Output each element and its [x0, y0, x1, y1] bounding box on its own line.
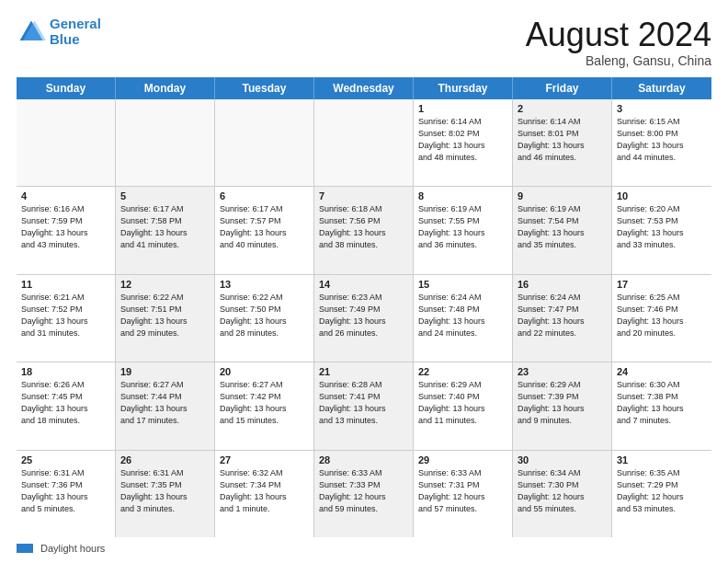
day-number: 31: [617, 454, 707, 465]
calendar-cell: 10Sunrise: 6:20 AM Sunset: 7:53 PM Dayli…: [612, 187, 711, 273]
cell-info: Sunrise: 6:31 AM Sunset: 7:36 PM Dayligh…: [21, 467, 110, 515]
calendar-row-5: 25Sunrise: 6:31 AM Sunset: 7:36 PM Dayli…: [17, 451, 711, 537]
day-number: 11: [21, 279, 110, 290]
header-day-wednesday: Wednesday: [314, 77, 414, 99]
calendar-cell: 17Sunrise: 6:25 AM Sunset: 7:46 PM Dayli…: [612, 275, 711, 362]
calendar-cell: 22Sunrise: 6:29 AM Sunset: 7:40 PM Dayli…: [414, 362, 513, 449]
calendar-cell: 15Sunrise: 6:24 AM Sunset: 7:48 PM Dayli…: [414, 275, 513, 362]
cell-info: Sunrise: 6:19 AM Sunset: 7:54 PM Dayligh…: [518, 203, 607, 251]
calendar-cell: 26Sunrise: 6:31 AM Sunset: 7:35 PM Dayli…: [116, 451, 215, 537]
cell-info: Sunrise: 6:17 AM Sunset: 7:57 PM Dayligh…: [220, 203, 309, 251]
cell-info: Sunrise: 6:27 AM Sunset: 7:42 PM Dayligh…: [220, 379, 309, 427]
calendar-cell: 29Sunrise: 6:33 AM Sunset: 7:31 PM Dayli…: [414, 451, 513, 537]
calendar-cell: [17, 99, 116, 186]
header-day-sunday: Sunday: [17, 77, 116, 99]
cell-info: Sunrise: 6:14 AM Sunset: 8:01 PM Dayligh…: [518, 116, 607, 164]
day-number: 28: [319, 454, 408, 465]
cell-info: Sunrise: 6:22 AM Sunset: 7:51 PM Dayligh…: [120, 292, 210, 339]
cell-info: Sunrise: 6:31 AM Sunset: 7:35 PM Dayligh…: [120, 467, 210, 515]
day-number: 3: [617, 103, 707, 114]
day-number: 2: [518, 103, 607, 114]
calendar-cell: 28Sunrise: 6:33 AM Sunset: 7:33 PM Dayli…: [314, 451, 414, 537]
day-number: 26: [120, 454, 210, 465]
day-number: 16: [518, 279, 607, 290]
day-number: 12: [120, 279, 210, 290]
header-day-saturday: Saturday: [612, 77, 711, 99]
cell-info: Sunrise: 6:35 AM Sunset: 7:29 PM Dayligh…: [617, 467, 707, 515]
cell-info: Sunrise: 6:33 AM Sunset: 7:31 PM Dayligh…: [418, 467, 507, 515]
calendar-cell: 25Sunrise: 6:31 AM Sunset: 7:36 PM Dayli…: [17, 451, 116, 537]
logo-line2: Blue: [50, 31, 80, 47]
cell-info: Sunrise: 6:33 AM Sunset: 7:33 PM Dayligh…: [319, 467, 408, 515]
cell-info: Sunrise: 6:23 AM Sunset: 7:49 PM Dayligh…: [319, 292, 408, 339]
cell-info: Sunrise: 6:29 AM Sunset: 7:39 PM Dayligh…: [518, 379, 607, 427]
day-number: 1: [418, 103, 507, 114]
header-day-monday: Monday: [116, 77, 215, 99]
day-number: 5: [120, 190, 210, 201]
calendar-cell: 6Sunrise: 6:17 AM Sunset: 7:57 PM Daylig…: [215, 187, 314, 273]
title-block: August 2024 Baleng, Gansu, China: [526, 17, 711, 68]
calendar-cell: 23Sunrise: 6:29 AM Sunset: 7:39 PM Dayli…: [513, 362, 612, 449]
cell-info: Sunrise: 6:18 AM Sunset: 7:56 PM Dayligh…: [319, 203, 408, 251]
calendar-cell: 13Sunrise: 6:22 AM Sunset: 7:50 PM Dayli…: [215, 275, 314, 362]
calendar-cell: 4Sunrise: 6:16 AM Sunset: 7:59 PM Daylig…: [17, 187, 116, 273]
calendar-cell: [215, 99, 314, 186]
cell-info: Sunrise: 6:21 AM Sunset: 7:52 PM Dayligh…: [21, 292, 110, 339]
cell-info: Sunrise: 6:24 AM Sunset: 7:48 PM Dayligh…: [418, 292, 507, 339]
cell-info: Sunrise: 6:27 AM Sunset: 7:44 PM Dayligh…: [120, 379, 210, 427]
calendar-cell: 19Sunrise: 6:27 AM Sunset: 7:44 PM Dayli…: [116, 362, 215, 449]
day-number: 20: [220, 366, 309, 377]
calendar-cell: 30Sunrise: 6:34 AM Sunset: 7:30 PM Dayli…: [513, 451, 612, 537]
calendar-cell: 18Sunrise: 6:26 AM Sunset: 7:45 PM Dayli…: [17, 362, 116, 449]
day-number: 22: [418, 366, 507, 377]
day-number: 7: [319, 190, 408, 201]
cell-info: Sunrise: 6:26 AM Sunset: 7:45 PM Dayligh…: [21, 379, 110, 427]
day-number: 29: [418, 454, 507, 465]
header-day-thursday: Thursday: [414, 77, 513, 99]
calendar-cell: 1Sunrise: 6:14 AM Sunset: 8:02 PM Daylig…: [414, 99, 513, 186]
calendar-cell: [116, 99, 215, 186]
cell-info: Sunrise: 6:34 AM Sunset: 7:30 PM Dayligh…: [518, 467, 607, 515]
calendar-cell: 5Sunrise: 6:17 AM Sunset: 7:58 PM Daylig…: [116, 187, 215, 273]
calendar-cell: 20Sunrise: 6:27 AM Sunset: 7:42 PM Dayli…: [215, 362, 314, 449]
calendar-cell: 16Sunrise: 6:24 AM Sunset: 7:47 PM Dayli…: [513, 275, 612, 362]
cell-info: Sunrise: 6:24 AM Sunset: 7:47 PM Dayligh…: [518, 292, 607, 339]
calendar-header: SundayMondayTuesdayWednesdayThursdayFrid…: [17, 77, 711, 99]
calendar-row-2: 4Sunrise: 6:16 AM Sunset: 7:59 PM Daylig…: [17, 187, 711, 274]
cell-info: Sunrise: 6:28 AM Sunset: 7:41 PM Dayligh…: [319, 379, 408, 427]
page-header: General Blue August 2024 Baleng, Gansu, …: [17, 17, 711, 68]
day-number: 14: [319, 279, 408, 290]
day-number: 4: [21, 190, 110, 201]
month-title: August 2024: [526, 17, 711, 53]
day-number: 13: [220, 279, 309, 290]
day-number: 8: [418, 190, 507, 201]
footer: Daylight hours: [17, 543, 711, 554]
cell-info: Sunrise: 6:16 AM Sunset: 7:59 PM Dayligh…: [21, 203, 110, 251]
logo-line1: General: [50, 16, 101, 31]
calendar-row-4: 18Sunrise: 6:26 AM Sunset: 7:45 PM Dayli…: [17, 362, 711, 450]
day-number: 6: [220, 190, 309, 201]
calendar-cell: 11Sunrise: 6:21 AM Sunset: 7:52 PM Dayli…: [17, 275, 116, 362]
calendar-cell: 24Sunrise: 6:30 AM Sunset: 7:38 PM Dayli…: [612, 362, 711, 449]
day-number: 24: [617, 366, 707, 377]
day-number: 10: [617, 190, 707, 201]
day-number: 15: [418, 279, 507, 290]
calendar-cell: 12Sunrise: 6:22 AM Sunset: 7:51 PM Dayli…: [116, 275, 215, 362]
calendar-cell: 21Sunrise: 6:28 AM Sunset: 7:41 PM Dayli…: [314, 362, 414, 449]
cell-info: Sunrise: 6:20 AM Sunset: 7:53 PM Dayligh…: [617, 203, 707, 251]
calendar-cell: 3Sunrise: 6:15 AM Sunset: 8:00 PM Daylig…: [612, 99, 711, 186]
calendar-body: 1Sunrise: 6:14 AM Sunset: 8:02 PM Daylig…: [17, 99, 711, 537]
cell-info: Sunrise: 6:14 AM Sunset: 8:02 PM Dayligh…: [418, 116, 507, 164]
location: Baleng, Gansu, China: [526, 53, 711, 68]
cell-info: Sunrise: 6:22 AM Sunset: 7:50 PM Dayligh…: [220, 292, 309, 339]
day-number: 18: [21, 366, 110, 377]
calendar-cell: 2Sunrise: 6:14 AM Sunset: 8:01 PM Daylig…: [513, 99, 612, 186]
logo-icon: [17, 17, 46, 47]
calendar-cell: 9Sunrise: 6:19 AM Sunset: 7:54 PM Daylig…: [513, 187, 612, 273]
day-number: 19: [120, 366, 210, 377]
day-number: 17: [617, 279, 707, 290]
header-day-friday: Friday: [513, 77, 612, 99]
day-number: 27: [220, 454, 309, 465]
logo: General Blue: [17, 17, 101, 47]
calendar-page: General Blue August 2024 Baleng, Gansu, …: [0, 0, 728, 563]
